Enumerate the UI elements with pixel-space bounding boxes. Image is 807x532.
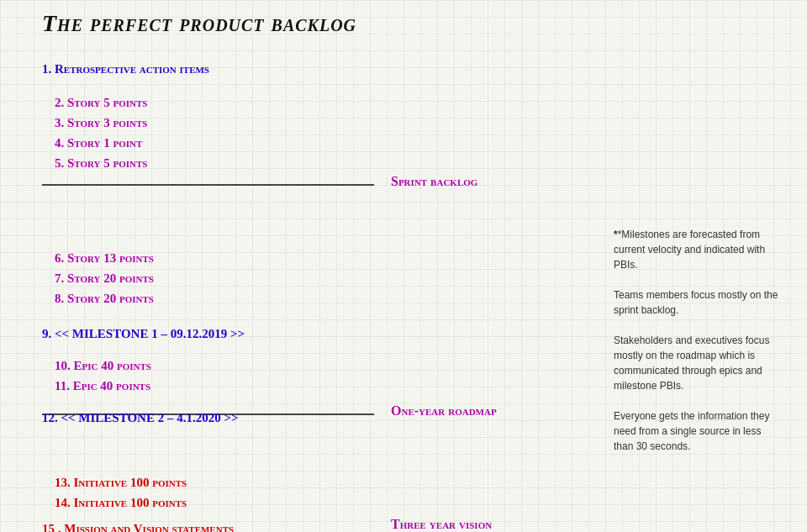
notes-column: **Milestones are forecasted from current… bbox=[614, 227, 782, 469]
item-11-text: 11. Epic 40 points bbox=[55, 376, 151, 396]
item-3-text: 3. Story 3 points bbox=[55, 113, 148, 133]
item-14-text: 14. Initiative 100 points bbox=[55, 492, 187, 513]
item-2-text: 2. Story 5 points bbox=[55, 92, 148, 113]
item-7-text: 7. Story 20 points bbox=[55, 268, 154, 288]
note-1: **Milestones are forecasted from current… bbox=[614, 227, 782, 272]
item-15-text: 15 . Mission and Vision statements bbox=[42, 519, 234, 532]
items-6-8: 6. Story 13 points 7. Story 20 points 8.… bbox=[55, 248, 154, 308]
item-8-text: 8. Story 20 points bbox=[55, 288, 154, 308]
item-10-text: 10. Epic 40 points bbox=[55, 356, 151, 376]
items-10-11: 10. Epic 40 points 11. Epic 40 points bbox=[55, 356, 151, 396]
item-15: 15 . Mission and Vision statements bbox=[42, 519, 234, 532]
item-4-text: 4. Story 1 point bbox=[55, 133, 148, 153]
items-2-5: 2. Story 5 points 3. Story 3 points 4. S… bbox=[55, 92, 148, 173]
page-title: The perfect product backlog bbox=[42, 10, 356, 37]
list-item: 1. Retrospective action items bbox=[42, 59, 209, 79]
item-9: 9. << MILESTONE 1 – 09.12.2019 >> bbox=[42, 324, 245, 344]
item-5-text: 5. Story 5 points bbox=[55, 153, 148, 173]
note-3: Stakeholders and executives focus mostly… bbox=[614, 333, 782, 393]
item-9-text: 9. << MILESTONE 1 – 09.12.2019 >> bbox=[42, 324, 245, 344]
item-13-text: 13. Initiative 100 points bbox=[55, 472, 187, 492]
item-12: 12. << MILESTONE 2 – 4.1.2020 >> bbox=[42, 408, 239, 428]
note-2: Teams members focus mostly on the sprint… bbox=[614, 287, 782, 318]
item-6-text: 6. Story 13 points bbox=[55, 248, 154, 268]
item-1-text: 1. Retrospective action items bbox=[42, 62, 209, 76]
note-4: Everyone gets the information they need … bbox=[614, 408, 782, 454]
item-12-text: 12. << MILESTONE 2 – 4.1.2020 >> bbox=[42, 408, 239, 428]
items-13-14: 13. Initiative 100 points 14. Initiative… bbox=[55, 472, 187, 513]
